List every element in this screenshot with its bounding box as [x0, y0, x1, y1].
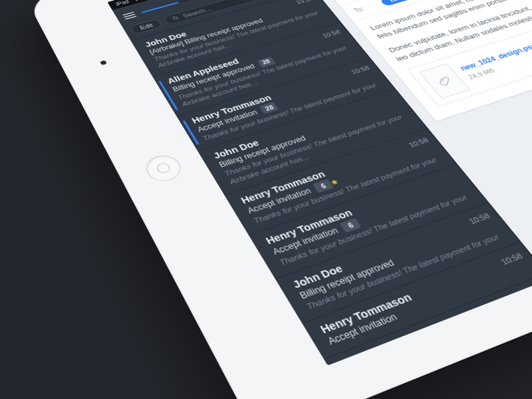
device-screen: iPad 09:14 ▮▮▮ [107, 0, 532, 366]
to-label: To: [352, 1, 380, 14]
svg-line-1 [178, 18, 180, 19]
home-button[interactable] [141, 152, 186, 186]
svg-point-0 [172, 16, 178, 19]
menu-icon[interactable] [122, 12, 137, 20]
ipad-frame: iPad 09:14 ▮▮▮ [27, 0, 532, 399]
device-camera [100, 60, 107, 65]
search-icon [171, 15, 182, 21]
